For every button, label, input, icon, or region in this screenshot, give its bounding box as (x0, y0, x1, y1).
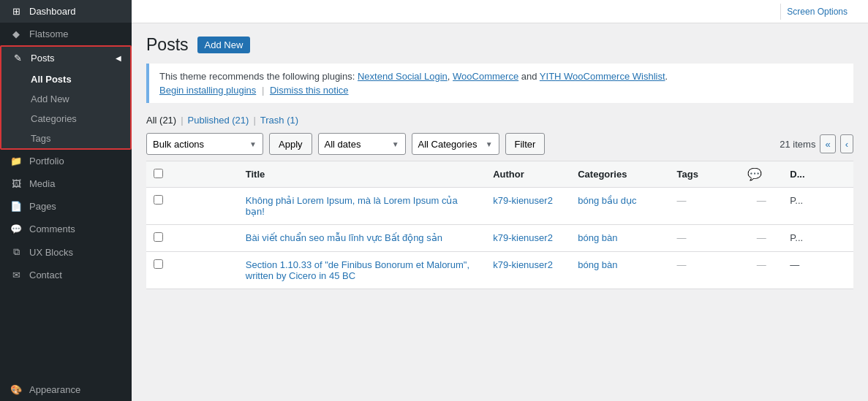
row-title-cell: Bài viết chuẩn seo mẫu lĩnh vực Bất động… (238, 225, 486, 252)
sidebar-item-comments[interactable]: 💬 Comments (0, 218, 132, 240)
comments-dash: — (757, 259, 766, 270)
title-column-header[interactable]: Title (238, 161, 486, 188)
author-link[interactable]: k79-kienuser2 (493, 259, 553, 270)
screen-options-button[interactable]: Screen Options (780, 4, 853, 20)
submenu-item-all-posts[interactable]: All Posts (1, 69, 130, 89)
portfolio-icon: 📁 (9, 156, 23, 167)
dates-select[interactable]: All dates ▼ (318, 133, 406, 155)
page-content: Posts Add New This theme recommends the … (132, 23, 868, 301)
sidebar-item-ux-blocks[interactable]: ⧉ UX Blocks (0, 240, 132, 264)
pagination-first-button[interactable]: « (820, 134, 835, 153)
add-new-button[interactable]: Add New (197, 37, 251, 53)
author-link[interactable]: k79-kienuser2 (493, 195, 553, 206)
category-link[interactable]: bóng bàn (578, 232, 617, 243)
submenu-item-categories[interactable]: Categories (1, 109, 130, 129)
categories-column-header[interactable]: Categories (570, 161, 669, 188)
submenu-item-add-new[interactable]: Add New (1, 89, 130, 109)
media-icon: 🖼 (9, 178, 23, 189)
woocommerce-plugin-link[interactable]: WooCommerce (453, 71, 518, 82)
yith-plugin-link[interactable]: YITH WooCommerce Wishlist (540, 71, 665, 82)
row-comments-cell: — (740, 225, 782, 252)
filter-tab-published[interactable]: Published (21) (188, 115, 249, 126)
author-column-header[interactable]: Author (486, 161, 570, 188)
row-tags-cell: — (670, 225, 741, 252)
sidebar-item-dashboard[interactable]: ⊞ Dashboard (0, 0, 132, 23)
sidebar-item-flatsome[interactable]: ◆ Flatsome (0, 23, 132, 45)
posts-section: ✎ Posts ◀ All Posts Add New Categories T… (0, 45, 132, 150)
filter-tab-all[interactable]: All (21) (146, 115, 176, 126)
sidebar-item-appearance[interactable]: 🎨 Appearance (0, 378, 132, 401)
category-link[interactable]: bóng bàn (578, 259, 617, 270)
apply-button[interactable]: Apply (269, 133, 312, 155)
sidebar-item-label: Contact (29, 270, 62, 280)
row-date-cell: P... (782, 225, 853, 252)
sidebar-item-label: Posts (31, 53, 55, 64)
posts-arrow-icon: ◀ (116, 54, 121, 62)
row-categories-cell: bóng bàn (570, 225, 669, 252)
plugin-notice: This theme recommends the following plug… (146, 64, 853, 103)
post-title-link[interactable]: Không phải Lorem Ipsum, mà là Lorem Ipsu… (246, 195, 458, 217)
post-title-link[interactable]: Bài viết chuẩn seo mẫu lĩnh vực Bất động… (246, 232, 442, 243)
ux-blocks-icon: ⧉ (9, 246, 23, 258)
row-categories-cell: bóng bầu dục (570, 188, 669, 225)
sidebar: ⊞ Dashboard ◆ Flatsome ✎ Posts ◀ All Pos… (0, 0, 132, 401)
contact-icon: ✉ (9, 270, 23, 280)
items-count-label: 21 items (780, 139, 815, 150)
filter-tab-trash[interactable]: Trash (1) (260, 115, 298, 126)
page-title: Posts (146, 35, 189, 55)
bulk-actions-label: Bulk actions (153, 139, 204, 150)
comments-icon: 💬 (9, 224, 23, 234)
category-link[interactable]: bóng bầu dục (578, 195, 636, 206)
table-header-row: Title Author Categories Tags 💬 D... (146, 161, 853, 188)
table-row: Section 1.10.33 of "de Finibus Bonorum e… (146, 252, 853, 289)
row-author-cell: k79-kienuser2 (486, 188, 570, 225)
notice-text: This theme recommends the following plug… (159, 71, 355, 82)
comment-header-icon: 💬 (747, 168, 762, 180)
date-value: P... (790, 232, 803, 243)
sidebar-item-posts[interactable]: ✎ Posts ◀ (1, 47, 130, 69)
submenu-item-tags[interactable]: Tags (1, 129, 130, 148)
flatsome-icon: ◆ (9, 28, 23, 39)
row-checkbox-cell (146, 252, 238, 289)
table-row: Bài viết chuẩn seo mẫu lĩnh vực Bất động… (146, 225, 853, 252)
begin-installing-link[interactable]: Begin installing plugins (159, 85, 256, 96)
sidebar-item-label: Portfolio (29, 156, 64, 167)
sidebar-item-portfolio[interactable]: 📁 Portfolio (0, 150, 132, 172)
main-content: Screen Options Posts Add New This theme … (132, 0, 868, 401)
dates-label: All dates (325, 139, 361, 150)
posts-table: Title Author Categories Tags 💬 D... (146, 161, 853, 289)
date-value: — (790, 259, 799, 270)
sidebar-item-label: Comments (29, 224, 75, 234)
row-tags-cell: — (670, 252, 741, 289)
row-checkbox[interactable] (154, 232, 163, 242)
sidebar-item-pages[interactable]: 📄 Pages (0, 195, 132, 218)
appearance-icon: 🎨 (9, 384, 23, 395)
row-categories-cell: bóng bàn (570, 252, 669, 289)
sidebar-item-media[interactable]: 🖼 Media (0, 172, 132, 195)
filter-sep-2: | (253, 115, 255, 126)
dismiss-notice-link[interactable]: Dismiss this notice (270, 85, 349, 96)
bulk-actions-arrow-icon: ▼ (249, 140, 257, 148)
table-row: Không phải Lorem Ipsum, mà là Lorem Ipsu… (146, 188, 853, 225)
date-column-header[interactable]: D... (782, 161, 853, 188)
sidebar-item-label: Appearance (29, 384, 80, 395)
check-all-checkbox[interactable] (154, 169, 163, 178)
post-title-link[interactable]: Section 1.10.33 of "de Finibus Bonorum e… (246, 259, 469, 281)
row-author-cell: k79-kienuser2 (486, 225, 570, 252)
comments-dash: — (757, 195, 766, 206)
categories-arrow-icon: ▼ (486, 140, 493, 148)
row-checkbox[interactable] (154, 195, 163, 205)
tags-dash: — (677, 232, 687, 243)
tags-column-header[interactable]: Tags (670, 161, 741, 188)
bulk-actions-select[interactable]: Bulk actions ▼ (146, 133, 263, 155)
nextend-plugin-link[interactable]: Nextend Social Login (358, 71, 448, 82)
dashboard-icon: ⊞ (9, 6, 23, 17)
author-link[interactable]: k79-kienuser2 (493, 232, 553, 243)
pagination-prev-button[interactable]: ‹ (840, 134, 853, 153)
filter-button[interactable]: Filter (505, 133, 546, 155)
row-checkbox[interactable] (154, 259, 163, 269)
categories-select[interactable]: All Categories ▼ (412, 133, 499, 155)
items-count: 21 items « ‹ (780, 134, 853, 153)
sidebar-item-contact[interactable]: ✉ Contact (0, 264, 132, 286)
row-comments-cell: — (740, 188, 782, 225)
